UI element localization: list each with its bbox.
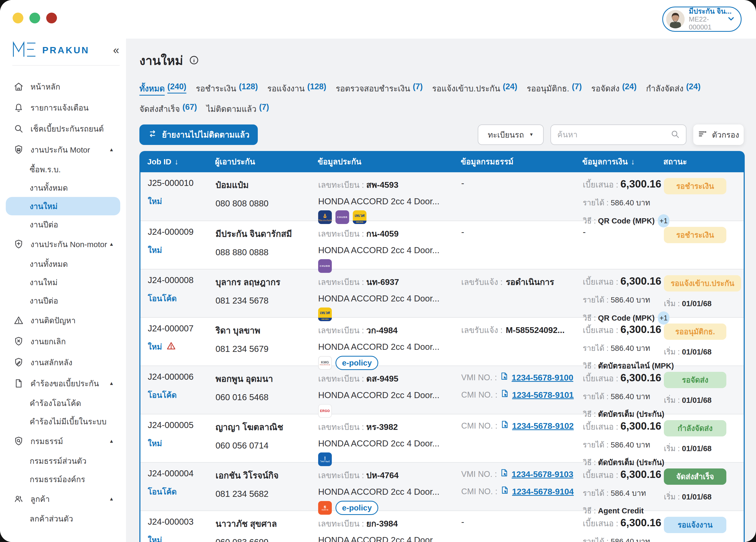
search-category-dropdown[interactable]: ทะเบียนรถ ▼ (478, 124, 544, 145)
table-row[interactable]: J24-000008โอนโค้ดบุลากร ลฤษฎากร081 234 5… (140, 269, 744, 317)
search-icon[interactable] (670, 129, 680, 140)
tab-ทั้งหมด[interactable]: ทั้งหมด(240) (139, 82, 186, 95)
sidebar-item[interactable]: หน้าหลัก (6, 76, 120, 97)
insurer-logos: ธธนชาตe-policy (318, 501, 461, 515)
status-badge: รอชำระเงิน (664, 227, 726, 243)
warning-icon (13, 315, 24, 326)
document-link-icon[interactable] (501, 486, 509, 497)
sidebar-item-label: งานปีต่อ (30, 218, 114, 231)
sidebar-item[interactable]: งานสลักหลัง (6, 352, 120, 373)
tab-จัดส่งสำเร็จ[interactable]: จัดส่งสำเร็จ(67) (139, 102, 197, 115)
sidebar-item[interactable]: คำร้องขอเบี้ยประกัน▲ (6, 373, 120, 394)
income-line: รายได้ :586.40 บาท (583, 391, 664, 403)
sidebar-subitem[interactable]: กรมธรรม์ส่วนตัว (6, 452, 120, 470)
tab-กำลังจัดส่ง[interactable]: กำลังจัดส่ง(24) (646, 82, 701, 95)
table-row[interactable]: J24-000007ใหม่ริดา บุลขาพ081 234 5679เลข… (140, 317, 744, 366)
income-label: รายได้ : (583, 487, 608, 499)
sidebar-subitem[interactable]: งานปีต่อ (6, 292, 120, 310)
info-icon[interactable] (189, 55, 199, 66)
tab-รอจัดส่ง[interactable]: รอจัดส่ง(24) (591, 82, 637, 95)
income-label: รายได้ : (583, 391, 608, 403)
sidebar-item[interactable]: เช็คเบี้ยประกันรถยนต์ (6, 118, 120, 139)
policy-doc-link[interactable]: 1234-5678-9103 (512, 470, 573, 479)
sidebar-subitem[interactable]: กรมธรรม์องค์กร (6, 470, 120, 488)
tab-count: (24) (503, 82, 517, 95)
tab-รอแจ้งงาน[interactable]: รอแจ้งงาน(128) (267, 82, 326, 95)
sidebar-item[interactable]: งานประกัน Non-motor▲ (6, 234, 120, 255)
cell-status: รอจัดส่งเริ่ม : 01/01/68 (664, 372, 744, 420)
sidebar-collapse-button[interactable]: « (113, 45, 119, 56)
sidebar-item[interactable]: รายการแจ้งเตือน (6, 97, 120, 118)
move-to-untracked-button[interactable]: ย้ายงานไปไม่ติดตามแล้ว (139, 124, 258, 145)
cell-finance-info: เบี้ยเสนอ : 6,300.16รายได้ :586.40 บาทวิ… (583, 178, 664, 227)
tab-ไม่ติดตามแล้ว[interactable]: ไม่ติดตามแล้ว(7) (206, 102, 269, 115)
sidebar-subitem[interactable]: ซื้อพ.ร.บ. (6, 160, 120, 178)
tab-รออนุมัติกธ.[interactable]: รออนุมัติกธ.(7) (527, 82, 582, 95)
cell-policy-info: CMI NO. : 1234-5678-9102 (461, 420, 583, 469)
table-row[interactable]: J24-000009ใหม่มีประกัน จินดารักสมี088 88… (140, 220, 744, 269)
sidebar-item[interactable]: ลูกค้า▲ (6, 488, 120, 509)
cell-status: จัดส่งสำเร็จเริ่ม : 01/01/68 (664, 469, 744, 517)
tab-label: รอจัดส่ง (591, 82, 619, 95)
sidebar-item[interactable]: งานยกเลิก (6, 331, 120, 352)
policy-doc-link[interactable]: 1234-5678-9102 (512, 421, 574, 431)
method-value: QR Code (MPK) (598, 314, 655, 323)
premium-label: เบี้ยเสนอ : (583, 277, 621, 287)
job-type-badge: ใหม่ (148, 437, 216, 450)
sidebar-item[interactable]: งานติดปัญหา (6, 310, 120, 331)
document-link-icon[interactable] (501, 389, 509, 401)
document-link-icon[interactable] (500, 469, 508, 480)
sidebar-item-label: คำร้องไม่มีเบี้ยในระบบ (30, 416, 114, 428)
sort-icon[interactable]: ↓ (631, 157, 635, 166)
filter-button[interactable]: ตัวกรอง (693, 124, 744, 145)
sidebar-item[interactable]: งานประกัน Motor▲ (6, 139, 120, 160)
sidebar-subitem[interactable]: คำร้องโอนโค้ด (6, 394, 120, 412)
job-type-label: ใหม่ (148, 195, 162, 207)
policy-doc-link[interactable]: 1234-5678-9101 (512, 390, 574, 400)
method-label: วิธี : (583, 312, 596, 324)
table-row[interactable]: J24-000005ใหม่ญาญา โฆตลาณิช060 056 0714เ… (140, 414, 744, 462)
sidebar-subitem[interactable]: คำร้องไม่มีเบี้ยในระบบ (6, 412, 120, 431)
tab-label: กำลังจัดส่ง (646, 82, 684, 95)
document-link-icon[interactable] (501, 420, 509, 432)
table-row[interactable]: J25-000010ใหม่ป๋อมแป๋ม080 808 0880เลขทะเ… (140, 172, 744, 220)
sidebar-subitem[interactable]: งานใหม่ (6, 197, 120, 215)
tab-รอชำระเงิน[interactable]: รอชำระเงิน(128) (196, 82, 258, 95)
insured-phone: 060 056 0714 (216, 441, 318, 451)
sidebar-subitem[interactable]: งานใหม่ (6, 273, 120, 292)
filter-icon (698, 129, 707, 140)
policy-doc-link[interactable]: 1234-5678-9100 (512, 373, 573, 383)
sidebar-subitem[interactable]: ลกค้าส่วนตัว (6, 509, 120, 528)
premium-value: 6,300.16 (621, 324, 661, 335)
sidebar-subitem[interactable]: งานปีต่อ (6, 215, 120, 234)
sidebar-item-label: รายการแจ้งเตือน (30, 102, 114, 114)
e-policy-button[interactable]: e-policy (335, 356, 378, 370)
cell-policy-info: - (461, 178, 583, 227)
start-date-line: เริ่ม : 01/01/68 (664, 491, 712, 503)
method-value: QR Code (MPK) (598, 217, 655, 225)
job-type-label: โอนโค้ด (148, 486, 177, 498)
tab-รอตรวจสอบชำระเงิน[interactable]: รอตรวจสอบชำระเงิน(7) (336, 82, 423, 95)
vehicle-model: HONDA ACCORD 2cc 4 Door... (318, 245, 461, 255)
premium-label: เบี้ยเสนอ : (583, 422, 621, 432)
sidebar-item[interactable]: กรมธรรม์▲ (6, 431, 120, 452)
search-input[interactable] (557, 130, 670, 139)
window-dot-yellow[interactable] (13, 13, 23, 23)
tab-รอแจ้งเข้าบ.ประกัน[interactable]: รอแจ้งเข้าบ.ประกัน(24) (432, 82, 517, 95)
method-line: วิธี :QR Code (MPK)+1 (583, 214, 664, 227)
plate-label: เลขทะเบียน : (318, 180, 366, 189)
e-policy-button[interactable]: e-policy (335, 501, 378, 515)
table-row[interactable]: J24-000006โอนโค้ดพอกพูน อุดมนา060 016 54… (140, 366, 744, 414)
table-row[interactable]: J24-000004โอนโค้ดเอกชัน วิโรจน์กิจ081 23… (140, 462, 744, 511)
sidebar-subitem[interactable]: งานทั้งหมด (6, 255, 120, 273)
tab-label: รออนุมัติกธ. (527, 82, 569, 95)
sort-icon[interactable]: ↓ (175, 157, 179, 166)
window-dot-red[interactable] (46, 13, 57, 23)
document-link-icon[interactable] (500, 372, 508, 383)
user-menu[interactable]: มีประกัน จิน... ME22-000001 (662, 7, 742, 32)
policy-doc-link[interactable]: 1234-5678-9104 (512, 487, 574, 497)
cell-insured: ป๋อมแป๋ม080 808 0880 (216, 178, 318, 227)
job-id: J24-000007 (148, 324, 216, 334)
sidebar-subitem[interactable]: งานทั้งหมด (6, 178, 120, 197)
window-dot-green[interactable] (29, 13, 40, 23)
